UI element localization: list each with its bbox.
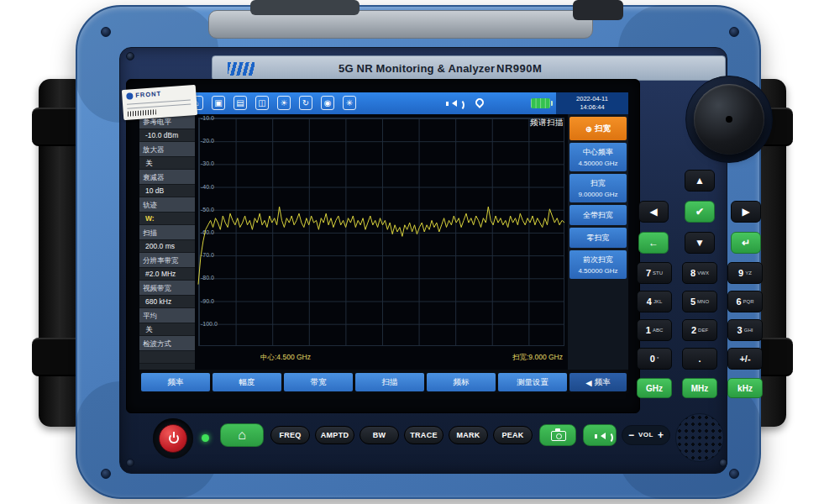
device-titlebar: 5G NR Monitoring & Analyzer NR990M [212,55,726,81]
menu-key-4[interactable]: 零扫宽 [569,228,627,248]
power-button[interactable] [159,424,187,453]
speaker-button[interactable] [583,424,617,446]
panel-screw [126,52,134,60]
bottom-softkey-4[interactable]: 频标 [427,373,496,391]
fn-amptd-key[interactable]: AMPTD [315,426,354,444]
keypad-plusminus-key[interactable]: +/- [727,348,763,370]
nav-up-button[interactable]: ▲ [685,170,715,192]
display-icon[interactable]: ▤ [234,96,247,110]
keypad-8-key[interactable]: 8VWX [682,262,717,284]
param-value: -10.0 dBm [139,129,195,142]
nav-down-button[interactable]: ▼ [685,232,715,254]
rotary-knob[interactable] [694,84,764,155]
keypad-5-key[interactable]: 5MNO [682,291,717,312]
gallery-icon[interactable]: ▣ [212,96,225,110]
key-sub-label: PQR [743,299,754,304]
key-main-label: 1 [646,325,651,335]
unit-mhz-key[interactable]: MHz [682,378,717,398]
param-label: 扫描 [139,225,195,240]
refresh-icon[interactable]: ↻ [299,96,312,110]
save-icon[interactable]: ◫ [255,96,269,110]
bottom-softkeys: 频率幅度带宽扫描频标测量设置 [139,373,568,391]
menu-key-2[interactable]: 扫宽9.00000 GHz [569,174,627,202]
keypad-1-key[interactable]: 1ABC [637,319,672,341]
keypad-3-key[interactable]: 3GHI [727,319,763,341]
param-value: 680 kHz [139,296,195,308]
unit-khz-key[interactable]: kHz [727,378,763,398]
home-button[interactable]: ⌂ [220,423,264,447]
param-label: 衰减器 [139,170,195,185]
key-main-label: 8 [690,268,695,278]
menu-key-label: 全带扫宽 [570,210,626,221]
numeric-keypad: 7STU8VWX9YZ4JKL5MNO6PQR1ABC2DEF3GHI0*.+/… [637,262,763,370]
speaker-icon [597,433,606,439]
span-label: 扫宽:9.000 GHz [512,353,563,363]
param-label: 检波方式 [139,336,195,351]
keypad-dot-key[interactable]: . [682,348,717,370]
nav-back-button[interactable]: ← [638,232,669,254]
key-main-label: 4 [647,297,652,307]
volume-plus[interactable]: + [658,430,664,440]
unit-ghz-key[interactable]: GHz [637,378,672,398]
sticker-header: FRONT [126,87,192,99]
back-label: 频率 [595,377,611,388]
back-icon: ◀ [585,378,591,387]
battery-indicator [531,98,550,108]
fn-trace-key[interactable]: TRACE [404,426,443,444]
lcd-screen: ⌂▣▤◫☀↻◉✳ 2022-04-11 14:06:44 参考电平-10.0 d… [139,92,628,393]
menu-key-0[interactable]: ⊕扫宽 [569,117,627,140]
case-screw [729,27,739,37]
keypad-2-key[interactable]: 2DEF [682,319,717,341]
menu-key-3[interactable]: 全带扫宽 [569,205,627,225]
keypad-9-key[interactable]: 9YZ [727,262,763,284]
fn-bw-key[interactable]: BW [360,426,399,444]
bottom-softkey-3[interactable]: 扫描 [355,373,424,391]
key-main-label: 9 [738,268,743,278]
param-value: 关 [139,157,195,170]
param-row-3: 轨迹W: [139,197,195,225]
bottom-softkey-0[interactable]: 频率 [141,373,210,391]
location-icon[interactable] [474,97,485,108]
nav-return-button[interactable]: ↵ [731,232,761,254]
fn-freq-key[interactable]: FREQ [270,426,310,444]
param-row-2: 衰减器10 dB [139,170,195,197]
nav-left-button[interactable]: ◀ [638,201,669,223]
softkey-menu: ⊕扫宽中心频率4.50000 GHz扫宽9.00000 GHz全带扫宽零扫宽前次… [568,114,628,370]
nav-right-button[interactable]: ▶ [731,201,761,223]
key-sub-label: JKL [653,299,662,304]
panel-screw [719,459,727,467]
speaker-glyph [449,100,457,107]
key-sub-label: STU [653,270,663,276]
nav-enter-button[interactable]: ✔ [685,201,715,223]
back-softkey[interactable]: ◀ 频率 [569,373,627,391]
volume-control[interactable]: − VOL + [622,425,670,445]
menu-key-label: 中心频率 [570,147,626,158]
fn-peak-key[interactable]: PEAK [493,426,533,444]
keypad-7-key[interactable]: 7STU [637,262,672,284]
brightness-icon[interactable]: ☀ [277,96,291,110]
keypad-4-key[interactable]: 4JKL [637,291,672,312]
key-sub-label: YZ [745,270,752,276]
camera-icon [551,431,566,441]
bottom-softkey-1[interactable]: 幅度 [213,373,281,391]
keypad-6-key[interactable]: 6PQR [727,291,763,312]
bottom-softkey-2[interactable]: 带宽 [284,373,353,391]
power-icon [169,433,179,444]
fn-mark-key[interactable]: MARK [449,426,488,444]
top-connector-2 [573,0,623,20]
param-value: 关 [139,323,195,336]
key-sub-label: VWX [697,270,709,276]
lock-icon[interactable]: ◉ [321,96,334,110]
settings-icon[interactable]: ✳ [343,96,356,110]
parameter-panel: 参考电平-10.0 dBm放大器关衰减器10 dB轨迹W:扫描200.0 ms分… [139,114,195,370]
bottom-softkey-5[interactable]: 测量设置 [498,373,567,391]
volume-minus[interactable]: − [628,430,634,440]
top-connector [250,0,360,15]
menu-key-5[interactable]: 前次扫宽4.50000 GHz [569,250,627,279]
screenshot-button[interactable] [539,424,576,446]
key-sub-label: GHI [744,328,753,333]
param-label: 轨迹 [139,197,195,213]
menu-key-1[interactable]: 中心频率4.50000 GHz [569,143,627,171]
key-main-label: 0 [650,354,655,364]
keypad-0-key[interactable]: 0* [637,348,672,370]
